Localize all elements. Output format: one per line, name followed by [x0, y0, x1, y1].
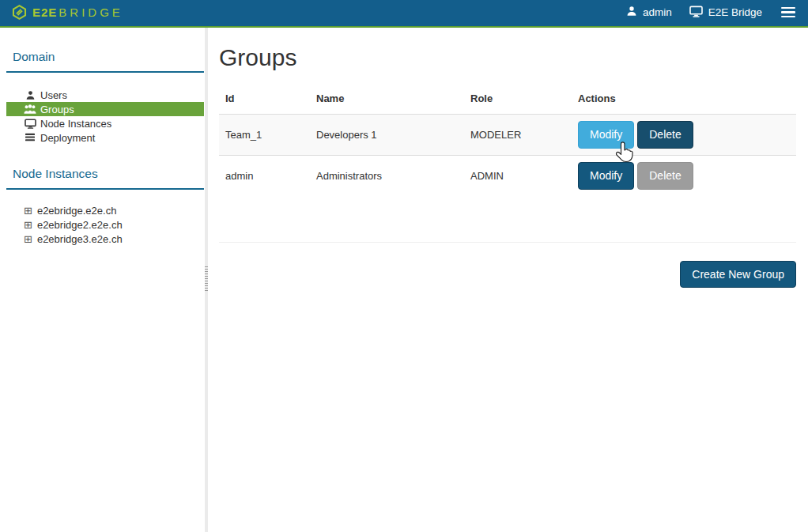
sidebar-splitter[interactable] — [205, 28, 208, 532]
plus-box-icon[interactable]: ⊞ — [24, 206, 32, 216]
navbar-user[interactable]: admin — [626, 6, 672, 19]
node-instance-item[interactable]: ⊞ e2ebridge.e2e.ch — [6, 203, 204, 217]
navbar-right: admin E2E Bridge — [626, 5, 797, 21]
actions-cell: Modify Delete — [578, 121, 790, 149]
table-row: Team_1 Developers 1 MODELER Modify Delet… — [219, 115, 796, 156]
top-navbar: E2EBRIDGE admin — [0, 0, 808, 28]
hamburger-icon — [781, 7, 795, 9]
node-instance-item[interactable]: ⊞ e2ebridge2.e2e.ch — [6, 217, 204, 232]
domain-menu: Users Groups — [0, 88, 205, 145]
section-divider — [219, 242, 796, 243]
sidebar-item-label: Users — [40, 89, 67, 101]
table-row: admin Administrators ADMIN Modify Delete — [219, 155, 796, 195]
cell-group-id: Team_1 — [219, 115, 310, 156]
column-header-role: Role — [464, 85, 572, 115]
cell-group-name: Administrators — [310, 155, 464, 195]
node-instance-label: e2ebridge3.e2e.ch — [37, 233, 123, 245]
main-content: Groups Id Name Role Actions Team_1 Devel… — [219, 28, 796, 288]
delete-button[interactable]: Delete — [637, 121, 693, 149]
brand-text: E2EBRIDGE — [32, 6, 123, 19]
create-new-group-button[interactable]: Create New Group — [680, 261, 796, 289]
modify-button[interactable]: Modify — [578, 162, 634, 190]
sidebar-item-node-instances[interactable]: Node Instances — [6, 116, 204, 130]
sidebar-section-instances-title: Node Instances — [6, 167, 204, 190]
brand-logo[interactable]: E2EBRIDGE — [12, 5, 123, 20]
actions-cell: Modify Delete — [578, 162, 790, 190]
node-instance-label: e2ebridge.e2e.ch — [37, 205, 116, 217]
column-header-actions: Actions — [572, 85, 796, 115]
table-header-row: Id Name Role Actions — [219, 85, 796, 115]
delete-button: Delete — [637, 162, 693, 190]
navbar-user-label: admin — [643, 6, 672, 18]
groups-table: Id Name Role Actions Team_1 Developers 1… — [219, 85, 796, 196]
sidebar-item-label: Node Instances — [40, 118, 111, 130]
monitor-icon — [24, 118, 36, 129]
sidebar-item-users[interactable]: Users — [6, 88, 204, 102]
sidebar-item-deployment[interactable]: Deployment — [6, 130, 204, 145]
page-title: Groups — [219, 43, 796, 73]
user-icon — [626, 6, 637, 19]
column-header-id: Id — [219, 85, 310, 115]
plus-box-icon[interactable]: ⊞ — [24, 234, 32, 244]
navbar-instance[interactable]: E2E Bridge — [689, 6, 762, 20]
node-instances-tree: ⊞ e2ebridge.e2e.ch ⊞ e2ebridge2.e2e.ch ⊞… — [0, 203, 205, 246]
user-icon — [24, 89, 36, 100]
cell-group-role: ADMIN — [464, 155, 572, 195]
sidebar: Domain Users — [0, 28, 205, 532]
cell-group-id: admin — [219, 155, 310, 195]
cell-group-role: MODELER — [464, 115, 572, 156]
deployment-stack-icon — [24, 132, 36, 143]
sidebar-item-groups[interactable]: Groups — [6, 102, 204, 116]
monitor-icon — [689, 6, 703, 20]
sidebar-item-label: Groups — [40, 104, 74, 115]
modify-button[interactable]: Modify — [578, 121, 634, 149]
splitter-drag-handle[interactable] — [205, 266, 208, 292]
sidebar-section-domain-title: Domain — [6, 50, 204, 73]
menu-button[interactable] — [780, 5, 797, 21]
sidebar-item-label: Deployment — [40, 132, 95, 144]
brand-hexagon-icon — [12, 5, 27, 20]
column-header-name: Name — [310, 85, 464, 115]
users-group-icon — [24, 104, 36, 115]
node-instance-item[interactable]: ⊞ e2ebridge3.e2e.ch — [6, 232, 204, 246]
create-button-row: Create New Group — [219, 261, 796, 289]
node-instance-label: e2ebridge2.e2e.ch — [37, 219, 123, 231]
app-window: E2EBRIDGE admin — [0, 0, 808, 532]
navbar-instance-label: E2E Bridge — [708, 6, 762, 18]
plus-box-icon[interactable]: ⊞ — [24, 220, 32, 230]
cell-group-name: Developers 1 — [310, 115, 464, 156]
